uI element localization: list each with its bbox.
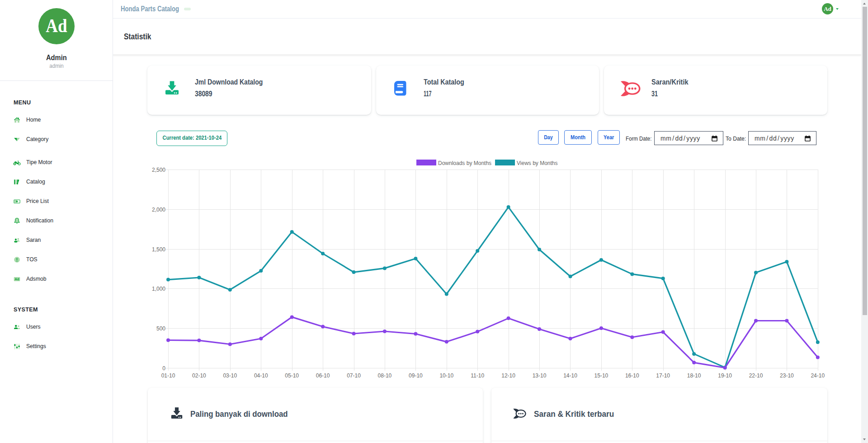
svg-text:10-10: 10-10 [439, 372, 453, 379]
svg-text:15-10: 15-10 [594, 372, 609, 379]
svg-text:1,000: 1,000 [152, 286, 165, 292]
svg-text:14-10: 14-10 [563, 372, 577, 379]
svg-text:1,500: 1,500 [152, 246, 165, 253]
svg-text:0: 0 [162, 365, 165, 372]
svg-text:12-10: 12-10 [501, 372, 515, 379]
svg-text:16-10: 16-10 [625, 372, 639, 379]
svg-text:Ad: Ad [15, 277, 19, 281]
svg-text:08-10: 08-10 [378, 372, 392, 379]
svg-text:24-10: 24-10 [811, 372, 825, 379]
svg-text:11-10: 11-10 [471, 372, 484, 379]
svg-text:02-10: 02-10 [192, 372, 206, 379]
svg-text:01-10: 01-10 [161, 372, 175, 379]
svg-text:18-10: 18-10 [687, 372, 701, 379]
svg-text:13-10: 13-10 [533, 372, 547, 379]
svg-text:06-10: 06-10 [316, 372, 330, 379]
svg-text:2,500: 2,500 [152, 167, 165, 173]
svg-text:04-10: 04-10 [254, 372, 268, 379]
svg-text:19-10: 19-10 [718, 372, 732, 379]
svg-text:22-10: 22-10 [749, 372, 763, 379]
svg-text:07-10: 07-10 [347, 372, 361, 379]
svg-text:500: 500 [156, 325, 165, 332]
svg-text:05-10: 05-10 [285, 372, 299, 379]
svg-text:2,000: 2,000 [152, 207, 165, 213]
svg-text:09-10: 09-10 [409, 372, 423, 379]
svg-text:03-10: 03-10 [223, 372, 237, 379]
svg-text:17-10: 17-10 [656, 372, 670, 379]
svg-text:23-10: 23-10 [780, 372, 794, 379]
